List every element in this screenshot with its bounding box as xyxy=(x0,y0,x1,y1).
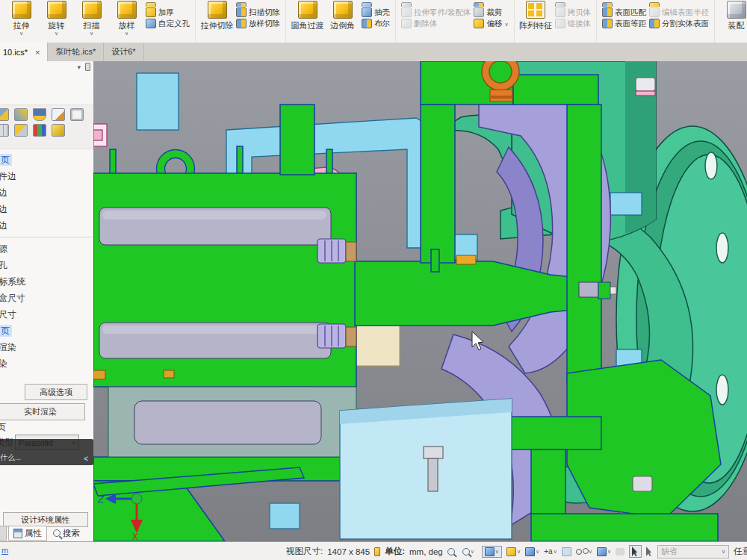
link-body-button[interactable]: 链接体 xyxy=(555,18,592,29)
preset-select[interactable]: 缺省 ∨ xyxy=(657,545,729,559)
chevron-down-icon[interactable]: ▾ xyxy=(77,63,81,71)
model-viewport[interactable]: Z X xyxy=(93,61,747,541)
tree-item[interactable]: 源 xyxy=(0,240,93,257)
copy-body-button[interactable]: 拷贝体 xyxy=(555,7,592,18)
visibility-glasses-icon[interactable]: ∨ xyxy=(576,549,592,555)
chevron-down-icon: ∨ xyxy=(125,31,128,36)
sweep-cut-button[interactable]: 扫描切除 xyxy=(236,7,280,18)
tab-pump-impeller[interactable]: 泵叶轮.ics* xyxy=(48,43,104,61)
ribbon-group-features: 拉伸 ∨ 旋转 ∨ 扫描 ∨ 放样 ∨ 加厚 自定义孔 xyxy=(0,0,196,43)
snap-any-label: 任意 xyxy=(734,546,747,557)
boolean-icon xyxy=(362,19,372,28)
thicken-button[interactable]: 加厚 xyxy=(146,7,190,18)
ribbon-toolbar: 拉伸 ∨ 旋转 ∨ 扫描 ∨ 放样 ∨ 加厚 自定义孔 拉伸切除 xyxy=(0,0,747,43)
surface-match-button[interactable]: 表面匹配 xyxy=(602,7,646,18)
edit-sketch-icon[interactable] xyxy=(52,108,65,121)
close-icon[interactable]: × xyxy=(35,48,40,57)
transparent-cube-icon[interactable] xyxy=(562,547,571,556)
revolve-icon xyxy=(47,1,66,19)
clipped-icon xyxy=(555,2,565,7)
fillet-icon xyxy=(298,1,317,19)
surface-match-icon xyxy=(602,7,613,17)
panel-icon-toolbar xyxy=(0,105,93,149)
split-solid-surface-button[interactable]: 分割实体表面 xyxy=(649,18,709,29)
tree-item[interactable]: 页 xyxy=(0,323,93,339)
zoom-in-icon[interactable] xyxy=(447,548,455,556)
tree-item[interactable]: 边 xyxy=(0,201,93,217)
chevron-down-icon: ∨ xyxy=(90,31,93,36)
chamfer-icon xyxy=(333,1,353,19)
fillet-button[interactable]: 圆角过渡 xyxy=(290,0,325,43)
clipped-button xyxy=(146,0,190,7)
clipped-icon xyxy=(401,2,412,7)
clipped-icon xyxy=(602,2,613,7)
sweep-button[interactable]: 扫描 ∨ xyxy=(74,0,109,43)
clipped-button xyxy=(362,0,390,7)
rotate-view-icon[interactable] xyxy=(14,108,28,121)
chevron-down-icon: ∨ xyxy=(19,31,23,36)
tab-search[interactable]: 搜索 xyxy=(49,526,84,541)
copy-body-icon xyxy=(555,7,565,17)
advanced-options-button[interactable]: 高级选项 xyxy=(25,384,87,400)
tree-item[interactable]: 边 xyxy=(0,217,93,234)
clipped-tab[interactable] xyxy=(0,526,7,541)
pattern-feature-button[interactable]: 阵列特征 xyxy=(518,0,554,43)
tree-item[interactable]: 件边 xyxy=(0,168,93,184)
solid-part-icon[interactable] xyxy=(52,124,65,137)
chamfer-button[interactable]: 边倒角 xyxy=(325,0,360,43)
display-settings-icon[interactable] xyxy=(0,108,9,121)
cursor-icon[interactable] xyxy=(646,547,653,556)
clipped-button xyxy=(236,0,280,7)
tab-design6[interactable]: 设计6* xyxy=(104,43,143,61)
tree-item[interactable]: 标系统 xyxy=(0,273,93,290)
assemble-button[interactable]: 装配 xyxy=(719,0,747,43)
chevron-down-icon: ∨ xyxy=(55,31,58,36)
delete-body-button[interactable]: 删除体 xyxy=(401,18,471,29)
extrude-part-assembly-button[interactable]: 拉伸零件/装配体 xyxy=(401,7,471,18)
axes-icon[interactable] xyxy=(33,124,46,137)
realtime-render-button[interactable]: 实时渲染 xyxy=(0,403,85,420)
pin-icon[interactable] xyxy=(85,63,90,71)
extrude-button[interactable]: 拉伸 ∨ xyxy=(4,0,39,43)
select-cursor-button[interactable] xyxy=(629,545,642,558)
surface-offset-button[interactable]: 表面等距 xyxy=(602,18,646,29)
loft-cut-button[interactable]: 放样切除 xyxy=(236,18,280,29)
display-mode-icon[interactable]: ∨ xyxy=(525,547,539,556)
extrude-cut-button[interactable]: 拉伸切除 xyxy=(199,0,235,43)
tree-item[interactable]: 页 xyxy=(0,421,6,434)
tab-10ics[interactable]: 10.ics* × xyxy=(0,43,48,61)
view-orientation-button[interactable]: ∨ xyxy=(482,546,502,558)
part-box-icon[interactable] xyxy=(14,124,28,137)
custom-hole-button[interactable]: 自定义孔 xyxy=(146,18,190,29)
tree-item[interactable]: 渲染 xyxy=(0,339,93,355)
loft-button[interactable]: 放样 ∨ xyxy=(109,0,144,43)
extrude-icon xyxy=(12,1,31,19)
trim-button[interactable]: 裁剪 xyxy=(474,7,508,18)
watermark-link[interactable]: m xyxy=(1,546,8,555)
tree-item[interactable]: 尺寸 xyxy=(0,306,93,323)
shield-icon[interactable] xyxy=(33,108,46,121)
render-mode-icon[interactable]: ∨ xyxy=(506,547,521,556)
shaded-cube-icon[interactable]: ∨ xyxy=(597,547,611,556)
shell-button[interactable]: 抽壳 xyxy=(362,7,390,18)
tree-item[interactable]: 盒尺寸 xyxy=(0,290,93,306)
frame-icon[interactable] xyxy=(70,108,84,121)
clipped-icon xyxy=(236,2,247,7)
axis-z-label: Z xyxy=(97,494,105,505)
tree-item[interactable]: 孔 xyxy=(0,257,93,273)
annotation-icon[interactable]: +a∨ xyxy=(544,547,557,556)
offset-button[interactable]: 偏移∨ xyxy=(474,18,508,29)
edit-surface-radius-button[interactable]: 编辑表面半径 xyxy=(649,7,709,18)
grid-icon[interactable] xyxy=(0,124,9,137)
tree-item[interactable]: 边 xyxy=(0,184,93,201)
revolve-button[interactable]: 旋转 ∨ xyxy=(39,0,74,43)
tree-item[interactable]: 页 xyxy=(0,152,93,168)
document-tab-bar: 10.ics* × 泵叶轮.ics* 设计6* xyxy=(0,43,747,62)
tree-item[interactable]: 染 xyxy=(0,355,93,372)
zoom-window-icon[interactable]: ∨ xyxy=(462,548,474,556)
thicken-icon xyxy=(146,7,156,17)
tab-properties[interactable]: 属性 xyxy=(8,526,47,541)
boolean-button[interactable]: 布尔 xyxy=(362,18,390,29)
design-environment-properties-button[interactable]: 设计环境属性 xyxy=(3,512,88,527)
feature-panel: ▾ 页 件边 边 边 边 源 孔 标系统 盒尺寸 尺寸 页 渲染 染 xyxy=(0,61,94,541)
